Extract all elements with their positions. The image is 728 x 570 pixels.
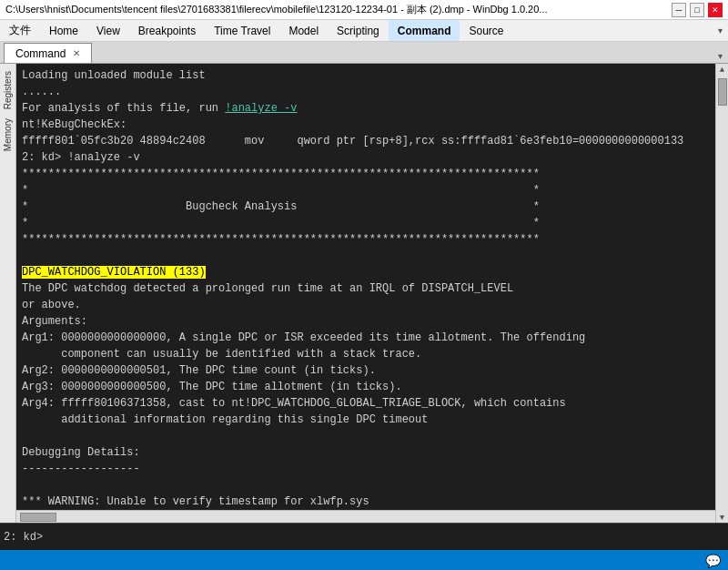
console-line: Debugging Details:: [22, 446, 140, 459]
vertical-scrollbar-thumb[interactable]: [718, 78, 727, 106]
tab-command[interactable]: Command ✕: [4, 43, 92, 63]
sidebar-item-registers[interactable]: Registers: [1, 67, 15, 113]
title-text: C:\Users\hnist\Documents\tencent files\2…: [5, 3, 672, 16]
menu-overflow-arrow[interactable]: ▾: [713, 24, 728, 37]
tab-command-label: Command: [15, 47, 66, 60]
menu-item-model[interactable]: Model: [279, 20, 328, 41]
horizontal-scrollbar[interactable]: [16, 510, 715, 523]
menu-item-breakpoints[interactable]: Breakpoints: [129, 20, 205, 41]
console-output[interactable]: Loading unloaded module list ...... For …: [16, 64, 715, 510]
console-line: * Bugcheck Analysis *: [22, 200, 540, 213]
console-line: fffff801`05fc3b20 48894c2408 mov qword p…: [22, 135, 683, 148]
chat-icon[interactable]: 💬: [705, 554, 721, 569]
scroll-down-arrow[interactable]: ▼: [720, 514, 724, 523]
menu-item-view[interactable]: View: [87, 20, 129, 41]
input-prompt: 2: kd>: [4, 531, 43, 544]
analyze-link[interactable]: !analyze -v: [225, 102, 297, 115]
console-line: * *: [22, 217, 540, 229]
content-area: Loading unloaded module list ...... For …: [16, 64, 715, 523]
console-line: ------------------: [22, 463, 140, 475]
sidebar: Registers Memory: [0, 64, 16, 523]
close-button[interactable]: ✕: [708, 3, 723, 17]
menu-bar: 文件 Home View Breakpoints Time Travel Mod…: [0, 20, 728, 42]
scroll-up-arrow[interactable]: ▲: [720, 66, 724, 75]
console-line: nt!KeBugCheckEx:: [22, 118, 126, 131]
highlight-line: DPC_WATCHDOG_VIOLATION (133): [22, 266, 206, 279]
sidebar-item-memory[interactable]: Memory: [1, 115, 15, 155]
title-buttons: ─ □ ✕: [672, 3, 723, 17]
console-line: Arg2: 0000000000000501, The DPC time cou…: [22, 364, 376, 377]
status-bar: 💬: [0, 550, 728, 570]
menu-item-timetravel[interactable]: Time Travel: [205, 20, 279, 41]
console-line: The DPC watchdog detected a prolonged ru…: [22, 282, 513, 295]
menu-item-source[interactable]: Source: [460, 20, 512, 41]
console-line: Arg1: 0000000000000000, A single DPC or …: [22, 331, 585, 344]
console-line: ......: [22, 86, 61, 98]
command-input[interactable]: [46, 531, 724, 544]
maximize-button[interactable]: □: [690, 3, 704, 17]
horizontal-scrollbar-thumb[interactable]: [20, 513, 56, 522]
console-line: or above.: [22, 299, 81, 311]
console-line: ****************************************…: [22, 233, 540, 246]
title-bar: C:\Users\hnist\Documents\tencent files\2…: [0, 0, 728, 20]
menu-item-scripting[interactable]: Scripting: [328, 20, 389, 41]
console-line: 2: kd> !analyze -v: [22, 151, 140, 164]
input-bar: 2: kd>: [0, 523, 728, 550]
tab-expand-arrow[interactable]: ▾: [713, 49, 728, 63]
main-layout: Registers Memory Loading unloaded module…: [0, 64, 728, 523]
console-line: Loading unloaded module list: [22, 69, 206, 82]
menu-item-command[interactable]: Command: [389, 20, 460, 41]
console-line: ****************************************…: [22, 168, 540, 180]
console-line: Arg3: 0000000000000500, The DPC time all…: [22, 381, 402, 393]
tab-bar: Command ✕ ▾: [0, 42, 728, 64]
console-line: additional information regarding this si…: [22, 413, 428, 426]
menu-item-file[interactable]: 文件: [0, 20, 40, 41]
console-line: * *: [22, 184, 540, 197]
minimize-button[interactable]: ─: [672, 3, 686, 17]
console-line: Arg4: fffff80106371358, cast to nt!DPC_W…: [22, 397, 566, 410]
console-line: Arguments:: [22, 315, 87, 328]
console-line: *** WARNING: Unable to verify timestamp …: [22, 495, 369, 508]
menu-item-home[interactable]: Home: [40, 20, 87, 41]
tab-command-close[interactable]: ✕: [73, 48, 80, 58]
content-with-scrollbar: Loading unloaded module list ...... For …: [16, 64, 728, 523]
vertical-scrollbar[interactable]: ▲ ▼: [715, 64, 728, 523]
console-line: component can usually be identified with…: [22, 348, 421, 361]
